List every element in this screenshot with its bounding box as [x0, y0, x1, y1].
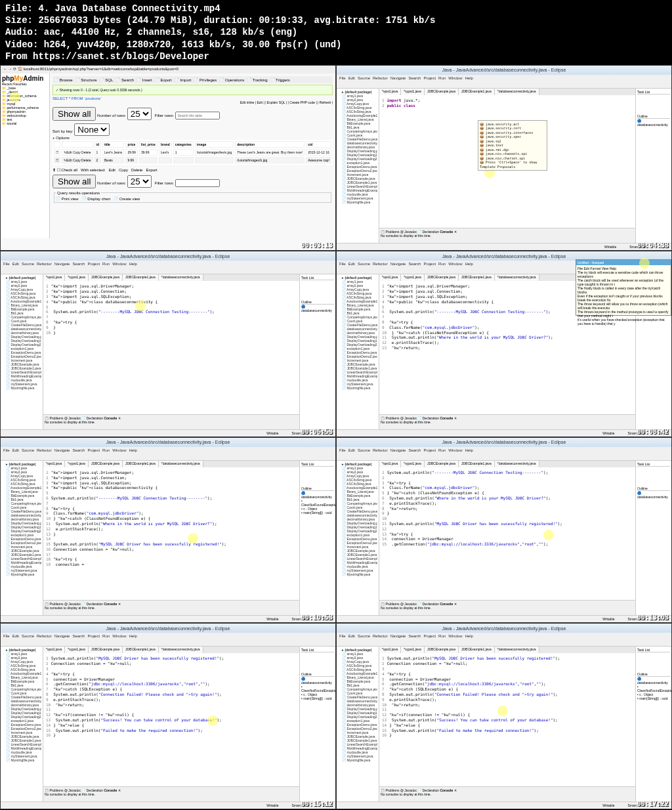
menu-item[interactable]: Search — [408, 76, 421, 80]
menu-item[interactable]: File — [3, 262, 10, 266]
tab[interactable]: JDBCExample.java — [89, 461, 123, 467]
showall-btn2[interactable]: Show all — [52, 175, 96, 188]
menu-item[interactable]: Source — [358, 76, 370, 80]
menu-item[interactable]: Refactor — [37, 448, 52, 452]
editor-tabs[interactable]: *spsi1.java*sypsi1.javaJDBCExample.javaJ… — [379, 647, 635, 653]
toolbar[interactable] — [337, 454, 671, 461]
menu-item[interactable]: File — [3, 448, 10, 452]
tab[interactable]: *sypsi1.java — [65, 647, 89, 653]
tab[interactable]: *databaseconnectivity.java — [495, 89, 539, 95]
menu-item[interactable]: Run — [102, 262, 110, 266]
sort-row[interactable]: Sort by key: None — [52, 123, 333, 136]
col-header[interactable]: title — [102, 141, 124, 148]
tab[interactable]: JDBCExample1.java — [123, 274, 159, 281]
menu-item[interactable]: Navigate — [390, 76, 406, 80]
menu-item[interactable]: File — [339, 634, 346, 638]
tab[interactable]: *databaseconnectivity.java — [495, 647, 539, 653]
menu-item[interactable]: Project — [87, 448, 100, 452]
menu-item[interactable]: Run — [438, 634, 446, 638]
tab[interactable]: JDBCExample1.java — [459, 274, 495, 281]
code-editor[interactable]: 1System.out.println("--------MySQL JDBC … — [379, 467, 635, 601]
menu-item[interactable]: Run — [438, 76, 446, 80]
menu-item[interactable]: Project — [87, 634, 100, 638]
pma-tab[interactable]: 📄 Structure — [75, 77, 97, 82]
package-explorer[interactable]: ▸ (default package)📄 array1.java📄 array2… — [1, 274, 43, 429]
console-panel[interactable]: 📋 Problems @ Javadoc 📄 Declaration Conso… — [379, 228, 635, 243]
tab[interactable]: JDBCExample1.java — [459, 647, 495, 653]
pma-tab[interactable]: 📄 Privileges — [194, 77, 217, 82]
package-explorer[interactable]: ▸ (default package)📄 array1.java📄 array2… — [1, 647, 43, 801]
menu-item[interactable]: File — [339, 448, 346, 452]
tab[interactable]: JDBCExample.java — [425, 461, 459, 467]
menu-item[interactable]: Help — [465, 262, 472, 266]
col-header[interactable]: brand — [159, 141, 172, 148]
menu-item[interactable]: Help — [129, 448, 136, 452]
query-actions[interactable]: Edit inline | Edit | | Explain SQL | | C… — [52, 100, 333, 104]
menu-item[interactable]: Refactor — [373, 76, 388, 80]
editor-tabs[interactable]: *spsi1.java*sypsi1.javaJDBCExample.javaJ… — [43, 274, 299, 281]
menu-item[interactable]: Navigate — [390, 262, 406, 266]
tab[interactable]: *sypsi1.java — [65, 461, 89, 467]
menu-item[interactable]: Search — [408, 634, 421, 638]
console-panel[interactable]: 📋 Problems @ Javadoc 📄 Declaration Conso… — [43, 786, 299, 801]
menu-item[interactable]: Edit — [348, 76, 355, 80]
pma-tab[interactable]: 📄 SQL — [100, 77, 114, 82]
db-item[interactable]: 📁 tutorial — [2, 121, 48, 125]
tree-item[interactable]: 📄 Mystringfile.java — [338, 386, 377, 390]
code-editor[interactable]: 1System.out.println("MySQL JDBC Driver h… — [379, 653, 635, 786]
suggestion-item[interactable]: 📦 Press 'Ctrl+Space' to show Template Pr… — [480, 160, 545, 169]
menu-item[interactable]: Navigate — [54, 448, 70, 452]
menu-item[interactable]: Search — [408, 448, 421, 452]
tab[interactable]: *databaseconnectivity.java — [159, 461, 203, 467]
menu-item[interactable]: Help — [129, 634, 136, 638]
tab[interactable]: *spsi1.java — [379, 461, 401, 467]
tab[interactable]: JDBCExample1.java — [459, 461, 495, 467]
menu-item[interactable]: File — [3, 634, 10, 638]
menu-item[interactable]: Window — [448, 76, 462, 80]
col-header[interactable]: description — [235, 141, 304, 148]
toolbar[interactable] — [337, 81, 671, 89]
menu-item[interactable]: Run — [102, 448, 110, 452]
package-explorer[interactable]: ▸ (default package)📄 array1.java📄 array2… — [337, 274, 379, 429]
menu-item[interactable]: Help — [129, 262, 136, 266]
menu-bar[interactable]: FileEditSourceRefactorNavigateSearchProj… — [1, 633, 335, 639]
menu-item[interactable]: Project — [423, 634, 436, 638]
tree-item[interactable]: 📄 Mystringfile.java — [338, 758, 377, 762]
tab[interactable]: JDBCExample1.java — [123, 647, 159, 653]
filter-input[interactable] — [175, 112, 220, 119]
tab[interactable]: *databaseconnectivity.java — [495, 461, 539, 467]
tab[interactable]: *databaseconnectivity.java — [159, 647, 203, 653]
menu-item[interactable]: Edit — [348, 448, 355, 452]
menu-item[interactable]: File — [339, 262, 346, 266]
tab[interactable]: *sypsi1.java — [65, 274, 89, 281]
menu-item[interactable]: Help — [465, 76, 472, 80]
menu-item[interactable]: Navigate — [54, 634, 70, 638]
tab[interactable]: *databaseconnectivity.java — [159, 274, 203, 281]
bulk-actions[interactable]: ⬆ ☐ Check all With selected: Edit Copy D… — [52, 167, 333, 172]
menu-item[interactable]: Source — [22, 634, 34, 638]
menu-item[interactable]: Project — [87, 262, 100, 266]
tab[interactable]: *spsi1.java — [379, 274, 401, 281]
pma-tab[interactable]: 📄 Triggers — [270, 77, 290, 82]
code-editor[interactable]: 1System.out.println("MySQL JDBC Driver h… — [43, 653, 299, 786]
notepad-window[interactable]: Untitled - NotepadFile Edit Format View … — [576, 259, 671, 316]
pma-tab[interactable]: 📄 Search — [116, 77, 134, 82]
pma-sidebar[interactable]: phpMyAdminRecent Favorites📁 _base📁 _dese… — [1, 74, 50, 239]
tab[interactable]: *sypsi1.java — [401, 461, 425, 467]
console-panel[interactable]: 📋 Problems @ Javadoc 📄 Declaration Conso… — [379, 786, 635, 801]
menu-item[interactable]: Source — [358, 448, 370, 452]
menu-item[interactable]: Search — [72, 448, 85, 452]
menu-bar[interactable]: FileEditSourceRefactorNavigateSearchProj… — [1, 261, 335, 267]
package-explorer[interactable]: ▸ (default package)📄 array1.java📄 array2… — [337, 89, 379, 244]
pma-tab[interactable]: 📄 Insert — [136, 77, 152, 82]
tab[interactable]: JDBCExample.java — [89, 274, 123, 281]
toolbar[interactable] — [337, 639, 671, 647]
package-explorer[interactable]: ▸ (default package)📄 array1.java📄 array2… — [1, 461, 43, 616]
package-explorer[interactable]: ▸ (default package)📄 array1.java📄 array2… — [337, 647, 379, 801]
autocomplete-popup[interactable]: 📦 java.security.acl📦 java.security.cert📦… — [478, 120, 547, 171]
menu-item[interactable]: Help — [465, 634, 472, 638]
editor-tabs[interactable]: *spsi1.java*sypsi1.javaJDBCExample.javaJ… — [43, 461, 299, 467]
tree-item[interactable]: 📄 Mystringfile.java — [2, 386, 41, 390]
menu-item[interactable]: Window — [112, 448, 126, 452]
tab[interactable]: *spsi1.java — [43, 647, 65, 653]
